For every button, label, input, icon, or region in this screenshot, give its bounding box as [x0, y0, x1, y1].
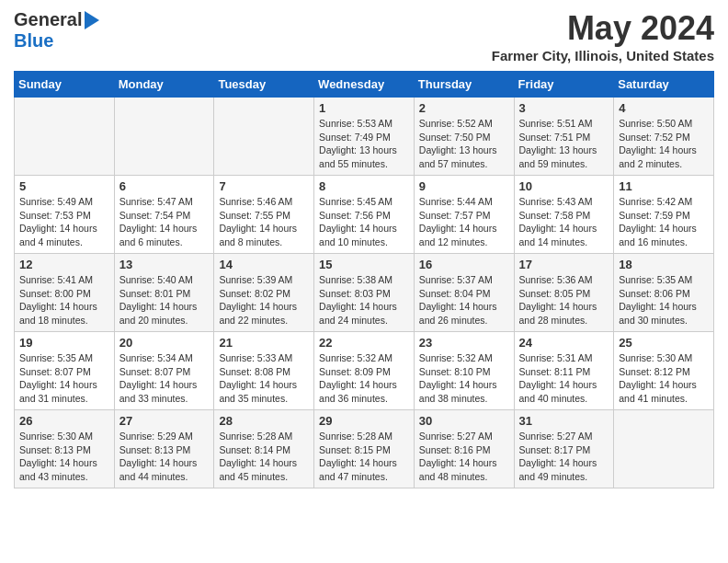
- weekday-header-tuesday: Tuesday: [214, 72, 314, 98]
- day-number: 11: [619, 179, 709, 193]
- day-number: 15: [319, 258, 409, 271]
- day-info: Sunrise: 5:35 AMSunset: 8:07 PMDaylight:…: [19, 351, 109, 406]
- calendar-cell: 2Sunrise: 5:52 AMSunset: 7:50 PMDaylight…: [414, 98, 514, 176]
- day-number: 28: [219, 414, 309, 428]
- calendar-cell: 15Sunrise: 5:38 AMSunset: 8:03 PMDayligh…: [314, 254, 415, 332]
- calendar-cell: 25Sunrise: 5:30 AMSunset: 8:12 PMDayligh…: [614, 332, 714, 410]
- page-header: General Blue May 2024 Farmer City, Illin…: [14, 9, 714, 63]
- day-number: 2: [419, 101, 509, 115]
- day-info: Sunrise: 5:27 AMSunset: 8:17 PMDaylight:…: [519, 430, 609, 484]
- month-title: May 2024: [492, 9, 714, 48]
- weekday-header-wednesday: Wednesday: [314, 72, 415, 98]
- calendar-cell: 10Sunrise: 5:43 AMSunset: 7:58 PMDayligh…: [514, 176, 614, 254]
- calendar-cell: 17Sunrise: 5:36 AMSunset: 8:05 PMDayligh…: [514, 254, 614, 332]
- day-number: 21: [219, 336, 309, 350]
- calendar-week-row: 5Sunrise: 5:49 AMSunset: 7:53 PMDaylight…: [15, 176, 714, 254]
- day-number: 13: [119, 258, 210, 271]
- day-info: Sunrise: 5:44 AMSunset: 7:57 PMDaylight:…: [419, 195, 509, 249]
- day-info: Sunrise: 5:31 AMSunset: 8:11 PMDaylight:…: [519, 351, 609, 406]
- day-number: 1: [319, 101, 409, 115]
- day-info: Sunrise: 5:36 AMSunset: 8:05 PMDaylight:…: [519, 273, 609, 327]
- calendar-cell: 8Sunrise: 5:45 AMSunset: 7:56 PMDaylight…: [314, 176, 415, 254]
- calendar-cell: 1Sunrise: 5:53 AMSunset: 7:49 PMDaylight…: [314, 98, 415, 176]
- day-info: Sunrise: 5:27 AMSunset: 8:16 PMDaylight:…: [419, 430, 509, 484]
- day-number: 5: [19, 179, 109, 193]
- calendar-week-row: 19Sunrise: 5:35 AMSunset: 8:07 PMDayligh…: [15, 332, 714, 410]
- day-number: 24: [519, 336, 609, 350]
- day-number: 30: [419, 414, 509, 428]
- calendar-cell: 9Sunrise: 5:44 AMSunset: 7:57 PMDaylight…: [414, 176, 514, 254]
- day-info: Sunrise: 5:51 AMSunset: 7:51 PMDaylight:…: [519, 117, 609, 171]
- calendar-cell: [114, 98, 214, 176]
- calendar-cell: [15, 98, 115, 176]
- day-info: Sunrise: 5:41 AMSunset: 8:00 PMDaylight:…: [19, 273, 109, 327]
- calendar-cell: 29Sunrise: 5:28 AMSunset: 8:15 PMDayligh…: [314, 410, 415, 488]
- day-info: Sunrise: 5:38 AMSunset: 8:03 PMDaylight:…: [319, 273, 409, 327]
- day-info: Sunrise: 5:50 AMSunset: 7:52 PMDaylight:…: [619, 117, 709, 171]
- day-number: 25: [619, 336, 709, 350]
- day-info: Sunrise: 5:46 AMSunset: 7:55 PMDaylight:…: [219, 195, 309, 249]
- day-number: 12: [19, 258, 109, 271]
- day-info: Sunrise: 5:45 AMSunset: 7:56 PMDaylight:…: [319, 195, 409, 249]
- logo-blue: Blue: [14, 30, 53, 51]
- calendar-week-row: 26Sunrise: 5:30 AMSunset: 8:13 PMDayligh…: [15, 410, 714, 488]
- weekday-header-row: SundayMondayTuesdayWednesdayThursdayFrid…: [15, 72, 714, 98]
- calendar-cell: 27Sunrise: 5:29 AMSunset: 8:13 PMDayligh…: [114, 410, 214, 488]
- day-info: Sunrise: 5:35 AMSunset: 8:06 PMDaylight:…: [619, 273, 709, 327]
- day-number: 8: [319, 179, 409, 193]
- day-info: Sunrise: 5:32 AMSunset: 8:10 PMDaylight:…: [419, 351, 509, 406]
- calendar-cell: 13Sunrise: 5:40 AMSunset: 8:01 PMDayligh…: [114, 254, 214, 332]
- calendar-cell: 21Sunrise: 5:33 AMSunset: 8:08 PMDayligh…: [214, 332, 314, 410]
- day-info: Sunrise: 5:37 AMSunset: 8:04 PMDaylight:…: [419, 273, 509, 327]
- weekday-header-saturday: Saturday: [614, 72, 714, 98]
- calendar-cell: 22Sunrise: 5:32 AMSunset: 8:09 PMDayligh…: [314, 332, 415, 410]
- day-info: Sunrise: 5:34 AMSunset: 8:07 PMDaylight:…: [119, 351, 210, 406]
- calendar-cell: 5Sunrise: 5:49 AMSunset: 7:53 PMDaylight…: [15, 176, 115, 254]
- day-number: 23: [419, 336, 509, 350]
- day-number: 7: [219, 179, 309, 193]
- day-info: Sunrise: 5:29 AMSunset: 8:13 PMDaylight:…: [119, 430, 210, 484]
- calendar-cell: 30Sunrise: 5:27 AMSunset: 8:16 PMDayligh…: [414, 410, 514, 488]
- calendar-cell: [214, 98, 314, 176]
- day-number: 9: [419, 179, 509, 193]
- calendar-cell: 12Sunrise: 5:41 AMSunset: 8:00 PMDayligh…: [15, 254, 115, 332]
- calendar-table: SundayMondayTuesdayWednesdayThursdayFrid…: [14, 71, 714, 488]
- calendar-cell: 3Sunrise: 5:51 AMSunset: 7:51 PMDaylight…: [514, 98, 614, 176]
- calendar-cell: [614, 410, 714, 488]
- day-info: Sunrise: 5:52 AMSunset: 7:50 PMDaylight:…: [419, 117, 509, 171]
- calendar-cell: 14Sunrise: 5:39 AMSunset: 8:02 PMDayligh…: [214, 254, 314, 332]
- day-number: 22: [319, 336, 409, 350]
- day-info: Sunrise: 5:40 AMSunset: 8:01 PMDaylight:…: [119, 273, 210, 327]
- logo-arrow-icon: [85, 11, 99, 29]
- calendar-week-row: 1Sunrise: 5:53 AMSunset: 7:49 PMDaylight…: [15, 98, 714, 176]
- calendar-cell: 26Sunrise: 5:30 AMSunset: 8:13 PMDayligh…: [15, 410, 115, 488]
- location-title: Farmer City, Illinois, United States: [492, 48, 714, 63]
- day-number: 18: [619, 258, 709, 271]
- day-info: Sunrise: 5:32 AMSunset: 8:09 PMDaylight:…: [319, 351, 409, 406]
- calendar-cell: 18Sunrise: 5:35 AMSunset: 8:06 PMDayligh…: [614, 254, 714, 332]
- day-number: 19: [19, 336, 109, 350]
- weekday-header-thursday: Thursday: [414, 72, 514, 98]
- weekday-header-monday: Monday: [114, 72, 214, 98]
- day-number: 20: [119, 336, 210, 350]
- day-info: Sunrise: 5:30 AMSunset: 8:13 PMDaylight:…: [19, 430, 109, 484]
- day-number: 4: [619, 101, 709, 115]
- day-info: Sunrise: 5:30 AMSunset: 8:12 PMDaylight:…: [619, 351, 709, 406]
- day-info: Sunrise: 5:47 AMSunset: 7:54 PMDaylight:…: [119, 195, 210, 249]
- calendar-cell: 4Sunrise: 5:50 AMSunset: 7:52 PMDaylight…: [614, 98, 714, 176]
- day-info: Sunrise: 5:42 AMSunset: 7:59 PMDaylight:…: [619, 195, 709, 249]
- day-info: Sunrise: 5:33 AMSunset: 8:08 PMDaylight:…: [219, 351, 309, 406]
- day-number: 27: [119, 414, 210, 428]
- title-area: May 2024 Farmer City, Illinois, United S…: [492, 9, 714, 63]
- calendar-cell: 16Sunrise: 5:37 AMSunset: 8:04 PMDayligh…: [414, 254, 514, 332]
- calendar-cell: 19Sunrise: 5:35 AMSunset: 8:07 PMDayligh…: [15, 332, 115, 410]
- day-info: Sunrise: 5:28 AMSunset: 8:15 PMDaylight:…: [319, 430, 409, 484]
- logo-general: General: [14, 9, 82, 30]
- day-number: 14: [219, 258, 309, 271]
- calendar-cell: 20Sunrise: 5:34 AMSunset: 8:07 PMDayligh…: [114, 332, 214, 410]
- day-info: Sunrise: 5:49 AMSunset: 7:53 PMDaylight:…: [19, 195, 109, 249]
- day-number: 17: [519, 258, 609, 271]
- calendar-cell: 23Sunrise: 5:32 AMSunset: 8:10 PMDayligh…: [414, 332, 514, 410]
- day-info: Sunrise: 5:43 AMSunset: 7:58 PMDaylight:…: [519, 195, 609, 249]
- day-number: 6: [119, 179, 210, 193]
